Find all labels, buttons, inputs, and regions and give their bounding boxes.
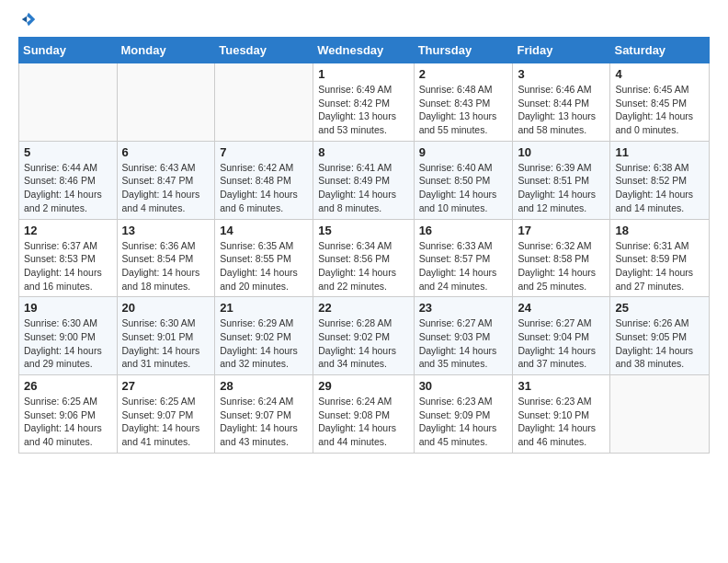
day-number: 10: [518, 145, 605, 159]
day-info: Sunrise: 6:30 AM Sunset: 9:00 PM Dayligh…: [24, 316, 112, 371]
week-row-3: 12Sunrise: 6:37 AM Sunset: 8:53 PM Dayli…: [19, 219, 710, 297]
calendar-cell: 27Sunrise: 6:25 AM Sunset: 9:07 PM Dayli…: [117, 375, 215, 454]
calendar-cell: 23Sunrise: 6:27 AM Sunset: 9:03 PM Dayli…: [414, 297, 513, 375]
day-number: 17: [518, 224, 605, 237]
calendar-cell: 4Sunrise: 6:45 AM Sunset: 8:45 PM Daylig…: [610, 63, 710, 142]
day-number: 25: [615, 301, 704, 315]
day-number: 11: [615, 145, 704, 159]
calendar-cell: [117, 63, 215, 142]
calendar-cell: 21Sunrise: 6:29 AM Sunset: 9:02 PM Dayli…: [215, 297, 313, 375]
calendar: SundayMondayTuesdayWednesdayThursdayFrid…: [18, 37, 710, 454]
day-number: 24: [518, 301, 605, 315]
day-number: 23: [419, 301, 508, 315]
calendar-cell: 5Sunrise: 6:44 AM Sunset: 8:46 PM Daylig…: [19, 141, 118, 219]
day-info: Sunrise: 6:25 AM Sunset: 9:07 PM Dayligh…: [122, 395, 210, 449]
day-number: 2: [419, 67, 508, 81]
day-number: 3: [518, 67, 605, 81]
day-number: 7: [220, 145, 308, 159]
week-row-2: 5Sunrise: 6:44 AM Sunset: 8:46 PM Daylig…: [19, 141, 710, 219]
day-info: Sunrise: 6:37 AM Sunset: 8:53 PM Dayligh…: [24, 239, 112, 293]
calendar-cell: 18Sunrise: 6:31 AM Sunset: 8:59 PM Dayli…: [610, 219, 710, 297]
calendar-cell: 25Sunrise: 6:26 AM Sunset: 9:05 PM Dayli…: [610, 297, 710, 375]
day-info: Sunrise: 6:42 AM Sunset: 8:48 PM Dayligh…: [220, 161, 308, 215]
calendar-cell: 7Sunrise: 6:42 AM Sunset: 8:48 PM Daylig…: [215, 141, 313, 219]
day-info: Sunrise: 6:41 AM Sunset: 8:49 PM Dayligh…: [318, 161, 408, 215]
day-number: 26: [24, 379, 112, 393]
day-info: Sunrise: 6:24 AM Sunset: 9:08 PM Dayligh…: [318, 395, 408, 449]
calendar-cell: 10Sunrise: 6:39 AM Sunset: 8:51 PM Dayli…: [513, 141, 610, 219]
day-number: 21: [220, 301, 308, 315]
calendar-cell: 2Sunrise: 6:48 AM Sunset: 8:43 PM Daylig…: [414, 63, 513, 142]
calendar-cell: 28Sunrise: 6:24 AM Sunset: 9:07 PM Dayli…: [215, 375, 313, 454]
day-number: 5: [24, 145, 112, 159]
day-number: 4: [615, 67, 704, 81]
day-number: 19: [24, 301, 112, 315]
logo-icon: [20, 11, 37, 28]
day-number: 18: [615, 224, 704, 237]
weekday-header-wednesday: Wednesday: [313, 38, 414, 63]
calendar-cell: 30Sunrise: 6:23 AM Sunset: 9:09 PM Dayli…: [414, 375, 513, 454]
day-number: 1: [318, 67, 408, 81]
day-info: Sunrise: 6:48 AM Sunset: 8:43 PM Dayligh…: [419, 83, 508, 137]
day-number: 12: [24, 224, 112, 237]
day-number: 29: [318, 379, 408, 393]
day-number: 6: [122, 145, 210, 159]
weekday-header-tuesday: Tuesday: [215, 38, 313, 63]
day-number: 14: [220, 224, 308, 237]
day-info: Sunrise: 6:30 AM Sunset: 9:01 PM Dayligh…: [122, 316, 210, 371]
day-number: 20: [122, 301, 210, 315]
week-row-1: 1Sunrise: 6:49 AM Sunset: 8:42 PM Daylig…: [19, 63, 710, 142]
calendar-cell: 19Sunrise: 6:30 AM Sunset: 9:00 PM Dayli…: [19, 297, 118, 375]
calendar-cell: 20Sunrise: 6:30 AM Sunset: 9:01 PM Dayli…: [117, 297, 215, 375]
day-info: Sunrise: 6:28 AM Sunset: 9:02 PM Dayligh…: [318, 316, 408, 371]
calendar-cell: 12Sunrise: 6:37 AM Sunset: 8:53 PM Dayli…: [19, 219, 118, 297]
day-info: Sunrise: 6:31 AM Sunset: 8:59 PM Dayligh…: [615, 239, 704, 293]
svg-marker-0: [27, 13, 35, 26]
day-number: 28: [220, 379, 308, 393]
day-info: Sunrise: 6:27 AM Sunset: 9:03 PM Dayligh…: [419, 316, 508, 371]
calendar-cell: [215, 63, 313, 142]
day-number: 16: [419, 224, 508, 237]
day-info: Sunrise: 6:23 AM Sunset: 9:09 PM Dayligh…: [419, 395, 508, 449]
day-number: 27: [122, 379, 210, 393]
calendar-cell: 15Sunrise: 6:34 AM Sunset: 8:56 PM Dayli…: [313, 219, 414, 297]
week-row-5: 26Sunrise: 6:25 AM Sunset: 9:06 PM Dayli…: [19, 375, 710, 454]
page: SundayMondayTuesdayWednesdayThursdayFrid…: [0, 0, 728, 468]
svg-marker-1: [22, 16, 27, 22]
day-number: 15: [318, 224, 408, 237]
day-info: Sunrise: 6:44 AM Sunset: 8:46 PM Dayligh…: [24, 161, 112, 215]
day-number: 13: [122, 224, 210, 237]
day-info: Sunrise: 6:49 AM Sunset: 8:42 PM Dayligh…: [318, 83, 408, 137]
calendar-cell: 14Sunrise: 6:35 AM Sunset: 8:55 PM Dayli…: [215, 219, 313, 297]
calendar-cell: 22Sunrise: 6:28 AM Sunset: 9:02 PM Dayli…: [313, 297, 414, 375]
weekday-header-saturday: Saturday: [610, 38, 710, 63]
calendar-cell: 13Sunrise: 6:36 AM Sunset: 8:54 PM Dayli…: [117, 219, 215, 297]
day-info: Sunrise: 6:27 AM Sunset: 9:04 PM Dayligh…: [518, 316, 605, 371]
calendar-cell: [19, 63, 118, 142]
day-info: Sunrise: 6:45 AM Sunset: 8:45 PM Dayligh…: [615, 83, 704, 137]
calendar-cell: 1Sunrise: 6:49 AM Sunset: 8:42 PM Daylig…: [313, 63, 414, 142]
day-info: Sunrise: 6:35 AM Sunset: 8:55 PM Dayligh…: [220, 239, 308, 293]
calendar-cell: 29Sunrise: 6:24 AM Sunset: 9:08 PM Dayli…: [313, 375, 414, 454]
day-number: 31: [518, 379, 605, 393]
weekday-header-sunday: Sunday: [19, 38, 118, 63]
day-info: Sunrise: 6:25 AM Sunset: 9:06 PM Dayligh…: [24, 395, 112, 449]
calendar-cell: 6Sunrise: 6:43 AM Sunset: 8:47 PM Daylig…: [117, 141, 215, 219]
header: [18, 15, 710, 28]
calendar-cell: [610, 375, 710, 454]
calendar-cell: 31Sunrise: 6:23 AM Sunset: 9:10 PM Dayli…: [513, 375, 610, 454]
day-info: Sunrise: 6:33 AM Sunset: 8:57 PM Dayligh…: [419, 239, 508, 293]
weekday-header-thursday: Thursday: [414, 38, 513, 63]
calendar-cell: 9Sunrise: 6:40 AM Sunset: 8:50 PM Daylig…: [414, 141, 513, 219]
calendar-cell: 26Sunrise: 6:25 AM Sunset: 9:06 PM Dayli…: [19, 375, 118, 454]
day-info: Sunrise: 6:46 AM Sunset: 8:44 PM Dayligh…: [518, 83, 605, 137]
day-info: Sunrise: 6:40 AM Sunset: 8:50 PM Dayligh…: [419, 161, 508, 215]
day-info: Sunrise: 6:36 AM Sunset: 8:54 PM Dayligh…: [122, 239, 210, 293]
day-number: 8: [318, 145, 408, 159]
logo: [18, 15, 37, 28]
calendar-cell: 17Sunrise: 6:32 AM Sunset: 8:58 PM Dayli…: [513, 219, 610, 297]
day-info: Sunrise: 6:34 AM Sunset: 8:56 PM Dayligh…: [318, 239, 408, 293]
day-info: Sunrise: 6:39 AM Sunset: 8:51 PM Dayligh…: [518, 161, 605, 215]
day-number: 22: [318, 301, 408, 315]
calendar-cell: 8Sunrise: 6:41 AM Sunset: 8:49 PM Daylig…: [313, 141, 414, 219]
